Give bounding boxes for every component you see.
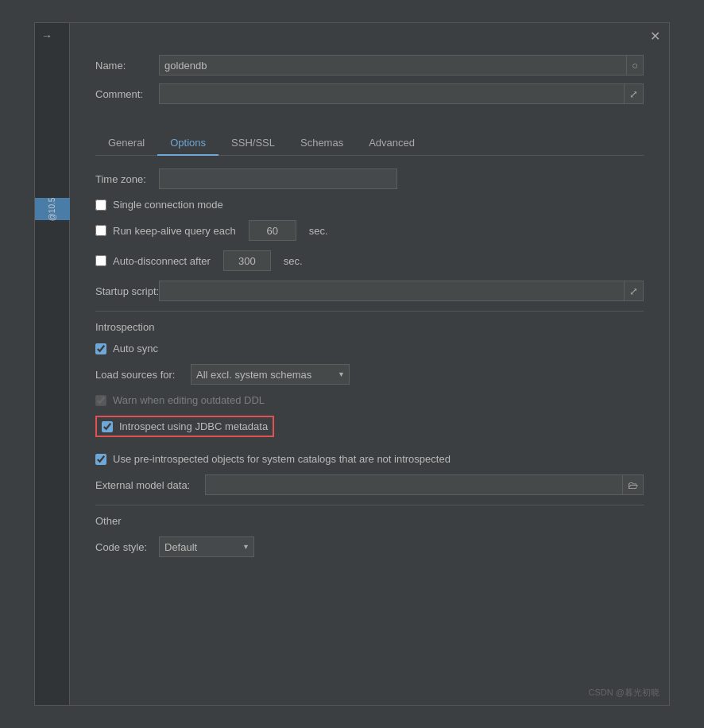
keepalive-checkbox[interactable]: [95, 225, 106, 236]
other-section: Other Code style: Default Custom: [95, 515, 644, 557]
startup-script-label: Startup script:: [95, 285, 159, 297]
divider-1: [95, 311, 644, 312]
autosync-checkbox[interactable]: [95, 343, 106, 354]
timezone-input[interactable]: [159, 168, 397, 189]
pre-introspected-label[interactable]: Use pre-introspected objects for system …: [113, 453, 451, 465]
warn-ddl-row: Warn when editing outdated DDL: [95, 394, 644, 406]
jdbc-metadata-row: Introspect using JDBC metadata: [95, 416, 274, 437]
introspection-title: Introspection: [95, 321, 644, 333]
autosync-row: Auto sync: [95, 343, 644, 354]
autodisconnect-label[interactable]: Auto-disconnect after: [113, 255, 211, 267]
single-connection-label[interactable]: Single connection mode: [113, 199, 223, 211]
tab-general[interactable]: General: [95, 131, 157, 156]
connection-item[interactable]: @10.5: [35, 198, 70, 220]
tab-advanced[interactable]: Advanced: [356, 131, 427, 156]
code-style-select[interactable]: Default Custom: [159, 536, 254, 557]
single-connection-row: Single connection mode: [95, 199, 644, 211]
startup-script-row: Startup script: ⤢: [95, 281, 644, 301]
pre-introspected-row: Use pre-introspected objects for system …: [95, 453, 644, 465]
divider-2: [95, 505, 644, 505]
name-row: Name: ○: [95, 55, 644, 76]
jdbc-metadata-highlighted-wrapper: Introspect using JDBC metadata: [95, 416, 644, 445]
autodisconnect-checkbox[interactable]: [95, 255, 106, 266]
single-connection-checkbox[interactable]: [95, 199, 106, 211]
warn-ddl-label: Warn when editing outdated DDL: [113, 394, 265, 406]
load-sources-label: Load sources for:: [95, 369, 191, 381]
external-model-input[interactable]: [205, 474, 623, 495]
external-model-browse-button[interactable]: 🗁: [623, 474, 644, 495]
comment-expand-button[interactable]: ⤢: [625, 83, 644, 104]
load-sources-row: Load sources for: All excl. system schem…: [95, 364, 644, 385]
external-model-field-wrapper: 🗁: [205, 474, 644, 495]
code-style-label: Code style:: [95, 541, 159, 553]
timezone-row: Time zone:: [95, 168, 644, 189]
name-label: Name:: [95, 60, 159, 72]
options-content: Time zone: Single connection mode Run ke…: [70, 156, 669, 579]
pre-introspected-checkbox[interactable]: [95, 454, 106, 465]
keepalive-unit: sec.: [309, 225, 328, 237]
keepalive-input[interactable]: [249, 220, 296, 241]
title-bar: ✕: [70, 23, 669, 48]
name-field-wrapper: ○: [159, 55, 644, 76]
connection-label: @10.5: [48, 197, 57, 221]
introspection-section: Introspection Auto sync Load sources for…: [95, 321, 644, 495]
timezone-label: Time zone:: [95, 173, 159, 185]
autodisconnect-unit: sec.: [284, 255, 303, 267]
comment-input[interactable]: [159, 83, 625, 104]
tab-options[interactable]: Options: [157, 131, 219, 156]
external-model-row: External model data: 🗁: [95, 474, 644, 495]
watermark: CSDN @暮光初晓: [589, 687, 660, 699]
name-clear-button[interactable]: ○: [627, 55, 644, 76]
other-title: Other: [95, 515, 644, 527]
jdbc-metadata-checkbox[interactable]: [102, 421, 113, 432]
sidebar-item-text: @10.5: [35, 198, 70, 220]
warn-ddl-checkbox: [95, 395, 106, 406]
sidebar-strip: → @10.5: [35, 23, 70, 705]
autodisconnect-input[interactable]: [223, 250, 271, 271]
startup-script-input[interactable]: [159, 281, 625, 301]
autodisconnect-row: Auto-disconnect after sec.: [95, 250, 644, 271]
jdbc-metadata-label[interactable]: Introspect using JDBC metadata: [119, 420, 268, 432]
keepalive-label[interactable]: Run keep-alive query each: [113, 225, 236, 237]
load-sources-select[interactable]: All excl. system schemas All schemas Sys…: [191, 364, 350, 385]
comment-label: Comment:: [95, 88, 159, 100]
tab-bar: General Options SSH/SSL Schemas Advanced: [95, 131, 644, 156]
tab-schemas[interactable]: Schemas: [288, 131, 356, 156]
autosync-label[interactable]: Auto sync: [113, 343, 158, 354]
comment-row: Comment: ⤢: [95, 83, 644, 104]
code-style-select-wrapper: Default Custom: [159, 536, 254, 557]
comment-field-wrapper: ⤢: [159, 83, 644, 104]
load-sources-select-wrapper: All excl. system schemas All schemas Sys…: [191, 364, 350, 385]
keepalive-row: Run keep-alive query each sec.: [95, 220, 644, 241]
name-input[interactable]: [159, 55, 627, 76]
close-button[interactable]: ✕: [647, 28, 663, 44]
startup-script-wrapper: ⤢: [159, 281, 644, 301]
sidebar-arrow[interactable]: →: [35, 23, 69, 48]
external-model-label: External model data:: [95, 479, 199, 491]
tab-sshssl[interactable]: SSH/SSL: [219, 131, 288, 156]
code-style-row: Code style: Default Custom: [95, 536, 644, 557]
startup-script-expand-button[interactable]: ⤢: [625, 281, 644, 301]
